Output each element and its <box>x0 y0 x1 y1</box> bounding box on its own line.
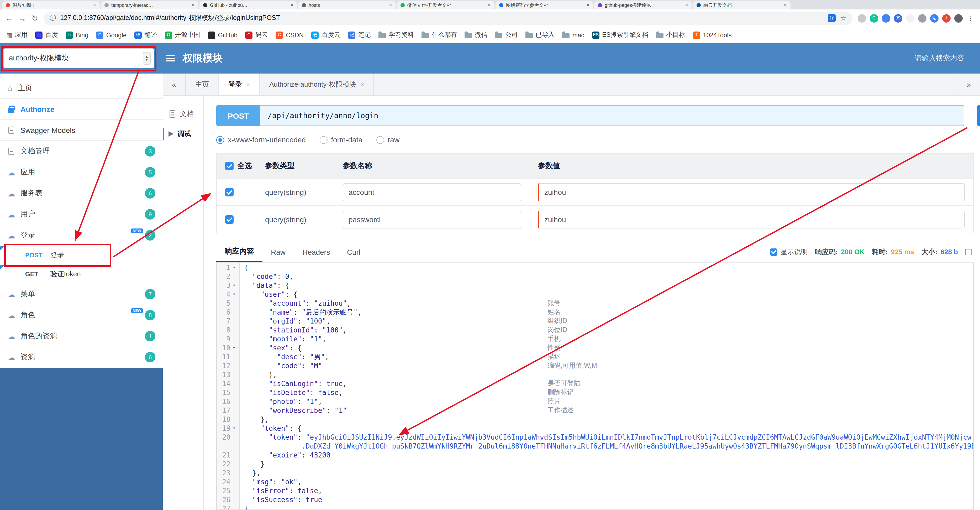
shield-icon[interactable] <box>918 14 926 22</box>
bookmark-item[interactable]: 译翻译 <box>134 30 157 40</box>
bookmark-item[interactable]: mac <box>562 31 584 38</box>
bookmark-item[interactable]: ▦应用 <box>6 30 27 40</box>
sidebar-item-Swagger Models[interactable]: Swagger Models <box>0 120 163 141</box>
search-input[interactable]: 请输入搜索内容 <box>915 54 964 63</box>
browser-tab[interactable]: hosts× <box>298 1 396 10</box>
bookmark-item[interactable]: O开源中国 <box>165 30 200 40</box>
site-info-icon[interactable]: ⓘ <box>49 14 56 22</box>
response-tab-Raw[interactable]: Raw <box>262 242 294 262</box>
bookmark-item[interactable]: 公司 <box>495 30 518 40</box>
bookmark-item[interactable]: GGoogle <box>96 31 127 38</box>
sidebar-item-角色[interactable]: ☁角色NEW8 <box>0 304 163 326</box>
param-value-input[interactable]: zuihou <box>538 183 965 201</box>
bookmark-item[interactable]: bBing <box>66 31 88 38</box>
js-extension-icon[interactable]: JS <box>894 14 902 22</box>
doc-tab-登录[interactable]: 登录× <box>219 73 260 95</box>
content-type-radio-form-data[interactable]: form-data <box>320 135 363 144</box>
doc-tab-Authorize-authority-权限模块[interactable]: Authorize-authority-权限模块× <box>260 73 374 95</box>
bookmark-item[interactable]: 百百度 <box>35 30 58 40</box>
fullscreen-icon[interactable] <box>965 249 972 255</box>
select-all-checkbox[interactable] <box>225 162 234 170</box>
tab-close-icon[interactable]: × <box>246 81 250 88</box>
request-url-input[interactable]: /api/authority/anno/login <box>260 105 964 126</box>
sidebar-item-服务表[interactable]: ☁服务表6 <box>0 183 163 204</box>
tab-close-icon[interactable]: × <box>290 3 293 8</box>
bookmark-item[interactable]: G码云 <box>245 30 268 40</box>
module-select[interactable]: authority-权限模块 ▲▼ <box>3 48 154 68</box>
url-bar[interactable]: ⓘ 127.0.0.1:8760/api/gate/doc.html#/auth… <box>43 11 853 25</box>
tab-close-icon[interactable]: × <box>784 3 787 8</box>
back-icon[interactable]: ← <box>5 14 13 22</box>
tab-close-icon[interactable]: × <box>192 3 195 8</box>
rail-item-doc[interactable]: 文档 <box>163 104 203 124</box>
send-button[interactable]: 发送 <box>977 105 980 126</box>
sidebar-item-Authorize[interactable]: Authorize <box>0 99 163 120</box>
browser-tab[interactable]: 微信支付-开发者文档× <box>397 1 495 10</box>
url-text[interactable]: 127.0.0.1:8760/api/gate/doc.html#/author… <box>60 14 824 22</box>
tab-close-icon[interactable]: × <box>488 3 491 8</box>
tab-close-icon[interactable]: × <box>685 3 688 8</box>
fold-icon[interactable]: ▾ <box>231 281 238 290</box>
sidebar-subitem-登录[interactable]: POST登录 <box>0 246 163 265</box>
param-value-input[interactable]: zuihou <box>538 210 965 228</box>
browser-tab[interactable]: 融云开发文档× <box>693 1 791 10</box>
rail-item-debug[interactable]: 调试 <box>163 124 203 144</box>
collapse-tabs-icon[interactable]: « <box>163 73 186 95</box>
show-desc-checkbox[interactable] <box>770 248 777 255</box>
expand-tabs-icon[interactable]: » <box>957 73 980 95</box>
param-name-input[interactable]: account <box>343 183 521 201</box>
bookmark-item[interactable]: CCSDN <box>276 31 304 38</box>
bookmark-item[interactable]: 记笔记 <box>348 30 371 40</box>
sidebar-item-主页[interactable]: ⌂主页 <box>0 78 163 99</box>
sidebar-item-登录[interactable]: ☁登录NEW2 <box>0 225 163 246</box>
browser-tab[interactable]: temporary-interac…× <box>101 1 199 10</box>
browser-tab[interactable]: 温故知新！× <box>2 1 100 10</box>
param-checkbox[interactable] <box>225 188 234 196</box>
sidebar-item-用户[interactable]: ☁用户9 <box>0 204 163 225</box>
sidebar-item-应用[interactable]: ☁应用5 <box>0 162 163 183</box>
bookmark-item[interactable]: T1024Tools <box>693 31 732 38</box>
translate-icon[interactable]: 译 <box>828 14 836 22</box>
tab-close-icon[interactable]: × <box>360 81 364 88</box>
hamburger-menu-icon[interactable] <box>166 55 175 62</box>
param-checkbox[interactable] <box>225 215 234 223</box>
bookmark-item[interactable]: 学习资料 <box>379 30 414 40</box>
avatar[interactable] <box>954 14 963 22</box>
colorful-asterisk-icon[interactable]: ✳ <box>942 14 951 22</box>
blue-extension-icon[interactable] <box>882 14 890 22</box>
white-extension-icon[interactable] <box>906 14 915 22</box>
bookmark-item[interactable]: 已导入 <box>526 30 555 40</box>
doc-tab-主页[interactable]: 主页 <box>186 73 219 95</box>
sidebar-subitem-验证token[interactable]: GET验证token <box>0 265 163 284</box>
browser-tab[interactable]: GitHub - zuihou…× <box>199 1 297 10</box>
bookmark-star-icon[interactable]: ☆ <box>840 14 846 22</box>
sidebar-item-菜单[interactable]: ☁菜单7 <box>0 284 163 304</box>
tab-close-icon[interactable]: × <box>389 3 392 8</box>
fold-icon[interactable]: ▾ <box>231 290 238 299</box>
sidebar-item-资源[interactable]: ☁资源6 <box>0 347 163 368</box>
sidebar-item-角色的资源[interactable]: ☁角色的资源1 <box>0 326 163 347</box>
browser-tab[interactable]: 图解密码学参考文档× <box>495 1 593 10</box>
tab-close-icon[interactable]: × <box>586 3 589 8</box>
forward-icon[interactable]: → <box>18 14 26 22</box>
reload-icon[interactable]: ↻ <box>32 14 38 22</box>
fold-icon[interactable]: ▾ <box>231 424 238 433</box>
content-type-radio-x-www-form-urlencoded[interactable]: x-www-form-urlencoded <box>216 135 306 144</box>
extensions-puzzle-icon[interactable] <box>858 14 866 22</box>
param-name-input[interactable]: password <box>343 210 521 228</box>
response-tab-Curl[interactable]: Curl <box>339 242 369 262</box>
kebab-menu-icon[interactable]: ⋮ <box>966 14 975 22</box>
tab-close-icon[interactable]: × <box>93 3 96 8</box>
zhan-extension-icon[interactable]: 站 <box>930 14 939 22</box>
select-stepper-icon[interactable]: ▲▼ <box>143 52 151 65</box>
content-type-radio-raw[interactable]: raw <box>376 135 399 144</box>
bookmark-item[interactable]: GitHub <box>208 31 237 38</box>
sidebar-item-文档管理[interactable]: 文档管理3 <box>0 141 163 162</box>
response-tab-Headers[interactable]: Headers <box>294 242 339 262</box>
fold-icon[interactable]: ▾ <box>231 344 238 352</box>
bookmark-item[interactable]: 小目标 <box>656 30 685 40</box>
browser-tab[interactable]: github-pages搭建预览× <box>594 1 692 10</box>
bookmark-item[interactable]: 云百度云 <box>312 30 340 40</box>
bookmark-item[interactable]: ESES搜索引擎文档 <box>592 30 648 40</box>
response-tab-响应内容[interactable]: 响应内容 <box>216 242 262 262</box>
